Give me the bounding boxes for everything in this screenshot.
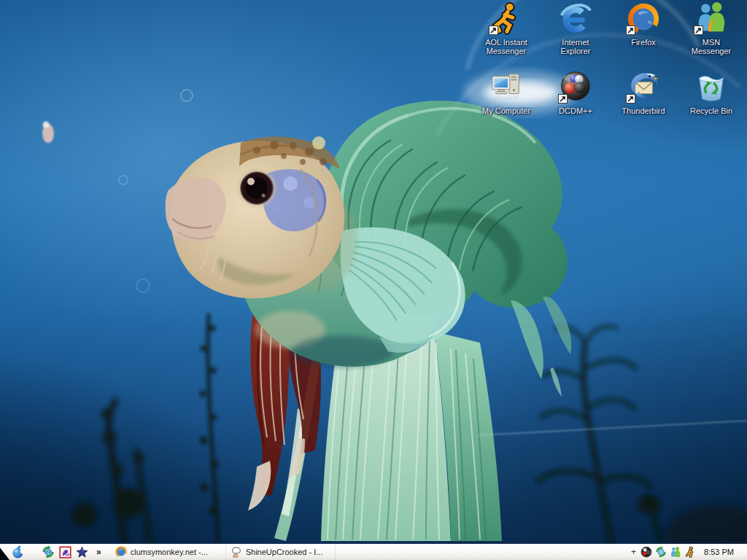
shortcut-arrow-icon [558,94,568,104]
sync-globe-icon [42,545,55,559]
my-computer-icon [489,70,524,104]
internet-explorer-icon [558,1,593,35]
icon-label: InternetExplorer [543,38,608,55]
tray-clock[interactable]: 8:53 PM [704,548,734,556]
icon-label: MSNMessenger [679,38,743,55]
aim-conversation-icon [231,546,242,558]
recycle-bin-icon [694,70,729,104]
msn-messenger-tray-icon[interactable] [670,546,681,558]
desktop-icon-msn-messenger[interactable]: MSNMessenger [679,1,743,55]
desktop-icon-firefox[interactable]: Firefox [611,1,676,47]
icon-label: DCDM++ [543,106,608,115]
desktop-icon-internet-explorer[interactable]: InternetExplorer [543,1,608,55]
adobe-acrobat-icon [59,546,71,559]
start-button[interactable] [9,544,27,560]
taskbar-button-firefox-window[interactable]: clumsymonkey.net -... [111,544,226,560]
shortcut-arrow-icon [489,26,498,35]
apple-logo-icon [11,545,26,559]
system-tray: + [631,544,747,560]
sync-globe-tray-icon[interactable] [655,546,667,558]
desktop: AOL InstantMessenger InternetExplorer [0,0,747,560]
quick-launch-adobe-acrobat[interactable] [57,544,74,560]
shortcut-arrow-icon [626,26,635,35]
desktop-icon-dcdm[interactable]: DCDM++ [543,70,608,115]
taskbar-button-aim-conversation[interactable]: ShineUpCrooked - I... [226,544,336,560]
icon-label: My Computer [474,106,538,115]
quick-launch-bookmark-star[interactable] [74,544,90,560]
quick-launch-bar: » [39,544,104,560]
taskbar-button-label: ShineUpCrooked - I... [246,548,323,556]
desktop-icon-thunderbird[interactable]: Thunderbird [611,70,676,115]
dcdm-tray-icon[interactable] [640,546,652,558]
firefox-icon [115,546,127,558]
quick-launch-sync-globe[interactable] [39,544,57,560]
icon-label: Thunderbird [611,106,676,115]
taskbar-button-label: clumsymonkey.net -... [131,548,208,556]
aol-tray-icon[interactable] [684,546,696,558]
icon-label: Recycle Bin [679,106,743,115]
shortcut-arrow-icon [626,94,635,104]
shortcut-arrow-icon [694,26,703,35]
quick-launch-overflow-chevron[interactable]: » [93,547,104,557]
desktop-icon-recycle-bin[interactable]: Recycle Bin [679,70,743,115]
icon-label: AOL InstantMessenger [474,38,538,55]
desktop-icon-my-computer[interactable]: My Computer [474,70,538,115]
star-icon [76,546,88,559]
desktop-icon-aol-instant-messenger[interactable]: AOL InstantMessenger [474,1,538,55]
betta-fish [166,101,572,541]
taskbar: » clumsymonkey.net -... ShineUpCrooked -… [0,543,747,560]
tray-expand-button[interactable]: + [631,548,636,556]
icon-label: Firefox [611,38,676,47]
taskbar-corner-wedge [0,548,9,560]
